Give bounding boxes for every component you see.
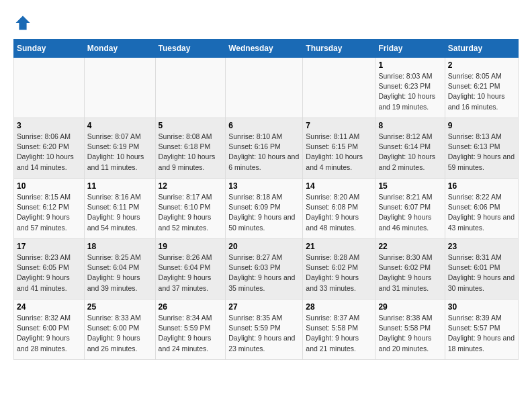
day-info: Sunrise: 8:28 AM Sunset: 6:02 PM Dayligh…	[306, 253, 372, 293]
day-info: Sunrise: 8:11 AM Sunset: 6:15 PM Dayligh…	[306, 132, 372, 173]
calendar-cell: 29Sunrise: 8:38 AM Sunset: 5:58 PM Dayli…	[375, 300, 445, 360]
day-info: Sunrise: 8:13 AM Sunset: 6:13 PM Dayligh…	[448, 132, 515, 173]
calendar-cell: 12Sunrise: 8:17 AM Sunset: 6:10 PM Dayli…	[155, 179, 226, 239]
day-info: Sunrise: 8:08 AM Sunset: 6:18 PM Dayligh…	[159, 132, 223, 173]
day-info: Sunrise: 8:12 AM Sunset: 6:14 PM Dayligh…	[378, 132, 441, 173]
day-number: 3	[17, 121, 81, 130]
calendar-header-row: Sunday Monday Tuesday Wednesday Thursday…	[14, 40, 519, 58]
day-info: Sunrise: 8:20 AM Sunset: 6:08 PM Dayligh…	[306, 192, 372, 233]
calendar-cell: 17Sunrise: 8:23 AM Sunset: 6:05 PM Dayli…	[14, 239, 85, 300]
day-number: 26	[159, 302, 223, 312]
calendar-cell: 24Sunrise: 8:32 AM Sunset: 6:00 PM Dayli…	[14, 300, 85, 360]
calendar-cell: 4Sunrise: 8:07 AM Sunset: 6:19 PM Daylig…	[84, 118, 155, 179]
day-number: 27	[228, 302, 300, 312]
day-number: 30	[448, 302, 515, 312]
day-number: 5	[159, 121, 223, 130]
calendar-cell: 14Sunrise: 8:20 AM Sunset: 6:08 PM Dayli…	[303, 179, 375, 239]
calendar-week-row: 1Sunrise: 8:03 AM Sunset: 6:23 PM Daylig…	[14, 58, 519, 118]
calendar-cell: 15Sunrise: 8:21 AM Sunset: 6:07 PM Dayli…	[375, 179, 445, 239]
day-number: 25	[87, 302, 152, 312]
header-monday: Monday	[84, 40, 155, 58]
day-number: 19	[159, 242, 223, 251]
calendar-cell: 21Sunrise: 8:28 AM Sunset: 6:02 PM Dayli…	[303, 239, 375, 300]
calendar-cell: 19Sunrise: 8:26 AM Sunset: 6:04 PM Dayli…	[155, 239, 226, 300]
day-info: Sunrise: 8:03 AM Sunset: 6:23 PM Dayligh…	[378, 71, 441, 112]
day-info: Sunrise: 8:22 AM Sunset: 6:06 PM Dayligh…	[448, 192, 515, 233]
day-number: 20	[228, 242, 300, 251]
calendar-cell: 27Sunrise: 8:35 AM Sunset: 5:59 PM Dayli…	[226, 300, 303, 360]
logo	[13, 13, 35, 32]
day-info: Sunrise: 8:18 AM Sunset: 6:09 PM Dayligh…	[228, 192, 300, 233]
calendar-week-row: 24Sunrise: 8:32 AM Sunset: 6:00 PM Dayli…	[14, 300, 519, 360]
calendar-week-row: 10Sunrise: 8:15 AM Sunset: 6:12 PM Dayli…	[14, 179, 519, 239]
day-info: Sunrise: 8:15 AM Sunset: 6:12 PM Dayligh…	[17, 192, 81, 233]
day-info: Sunrise: 8:10 AM Sunset: 6:16 PM Dayligh…	[228, 132, 300, 173]
header-wednesday: Wednesday	[226, 40, 303, 58]
calendar-cell: 5Sunrise: 8:08 AM Sunset: 6:18 PM Daylig…	[155, 118, 226, 179]
day-number: 29	[378, 302, 441, 312]
calendar-week-row: 3Sunrise: 8:06 AM Sunset: 6:20 PM Daylig…	[14, 118, 519, 179]
header-saturday: Saturday	[445, 40, 518, 58]
calendar-cell: 20Sunrise: 8:27 AM Sunset: 6:03 PM Dayli…	[226, 239, 303, 300]
day-info: Sunrise: 8:16 AM Sunset: 6:11 PM Dayligh…	[87, 192, 152, 233]
day-number: 2	[448, 60, 515, 70]
calendar-cell: 1Sunrise: 8:03 AM Sunset: 6:23 PM Daylig…	[375, 58, 445, 118]
header-thursday: Thursday	[303, 40, 375, 58]
calendar-cell: 28Sunrise: 8:37 AM Sunset: 5:58 PM Dayli…	[303, 300, 375, 360]
calendar-cell: 2Sunrise: 8:05 AM Sunset: 6:21 PM Daylig…	[445, 58, 518, 118]
day-number: 17	[17, 242, 81, 251]
day-number: 10	[17, 181, 81, 191]
day-number: 12	[159, 181, 223, 191]
day-number: 15	[378, 181, 441, 191]
logo-icon	[13, 13, 32, 32]
page-header	[13, 13, 519, 32]
calendar-cell	[303, 58, 375, 118]
calendar-cell: 6Sunrise: 8:10 AM Sunset: 6:16 PM Daylig…	[226, 118, 303, 179]
calendar-table: Sunday Monday Tuesday Wednesday Thursday…	[13, 39, 519, 360]
day-info: Sunrise: 8:35 AM Sunset: 5:59 PM Dayligh…	[228, 313, 300, 354]
day-info: Sunrise: 8:38 AM Sunset: 5:58 PM Dayligh…	[378, 313, 441, 354]
day-info: Sunrise: 8:32 AM Sunset: 6:00 PM Dayligh…	[17, 313, 81, 354]
calendar-cell: 7Sunrise: 8:11 AM Sunset: 6:15 PM Daylig…	[303, 118, 375, 179]
header-sunday: Sunday	[14, 40, 85, 58]
header-tuesday: Tuesday	[155, 40, 226, 58]
calendar-cell: 25Sunrise: 8:33 AM Sunset: 6:00 PM Dayli…	[84, 300, 155, 360]
calendar-cell	[226, 58, 303, 118]
day-number: 21	[306, 242, 372, 251]
day-info: Sunrise: 8:27 AM Sunset: 6:03 PM Dayligh…	[228, 253, 300, 293]
calendar-cell: 11Sunrise: 8:16 AM Sunset: 6:11 PM Dayli…	[84, 179, 155, 239]
day-number: 18	[87, 242, 152, 251]
day-info: Sunrise: 8:34 AM Sunset: 5:59 PM Dayligh…	[159, 313, 223, 354]
day-number: 1	[378, 60, 441, 70]
day-number: 28	[306, 302, 372, 312]
calendar-cell	[14, 58, 85, 118]
calendar-cell: 13Sunrise: 8:18 AM Sunset: 6:09 PM Dayli…	[226, 179, 303, 239]
calendar-cell: 22Sunrise: 8:30 AM Sunset: 6:02 PM Dayli…	[375, 239, 445, 300]
day-info: Sunrise: 8:17 AM Sunset: 6:10 PM Dayligh…	[159, 192, 223, 233]
day-info: Sunrise: 8:07 AM Sunset: 6:19 PM Dayligh…	[87, 132, 152, 173]
day-number: 24	[17, 302, 81, 312]
calendar-cell: 30Sunrise: 8:39 AM Sunset: 5:57 PM Dayli…	[445, 300, 518, 360]
day-number: 8	[378, 121, 441, 130]
day-info: Sunrise: 8:05 AM Sunset: 6:21 PM Dayligh…	[448, 71, 515, 112]
day-number: 9	[448, 121, 515, 130]
calendar-cell: 10Sunrise: 8:15 AM Sunset: 6:12 PM Dayli…	[14, 179, 85, 239]
calendar-cell: 18Sunrise: 8:25 AM Sunset: 6:04 PM Dayli…	[84, 239, 155, 300]
day-info: Sunrise: 8:39 AM Sunset: 5:57 PM Dayligh…	[448, 313, 515, 354]
calendar-cell: 8Sunrise: 8:12 AM Sunset: 6:14 PM Daylig…	[375, 118, 445, 179]
day-number: 13	[228, 181, 300, 191]
day-number: 16	[448, 181, 515, 191]
svg-marker-0	[16, 16, 30, 30]
header-friday: Friday	[375, 40, 445, 58]
day-info: Sunrise: 8:33 AM Sunset: 6:00 PM Dayligh…	[87, 313, 152, 354]
day-number: 4	[87, 121, 152, 130]
day-number: 23	[448, 242, 515, 251]
calendar-week-row: 17Sunrise: 8:23 AM Sunset: 6:05 PM Dayli…	[14, 239, 519, 300]
day-number: 22	[378, 242, 441, 251]
calendar-cell: 9Sunrise: 8:13 AM Sunset: 6:13 PM Daylig…	[445, 118, 518, 179]
day-info: Sunrise: 8:06 AM Sunset: 6:20 PM Dayligh…	[17, 132, 81, 173]
calendar-cell	[155, 58, 226, 118]
calendar-cell: 3Sunrise: 8:06 AM Sunset: 6:20 PM Daylig…	[14, 118, 85, 179]
day-info: Sunrise: 8:26 AM Sunset: 6:04 PM Dayligh…	[159, 253, 223, 293]
day-info: Sunrise: 8:21 AM Sunset: 6:07 PM Dayligh…	[378, 192, 441, 233]
